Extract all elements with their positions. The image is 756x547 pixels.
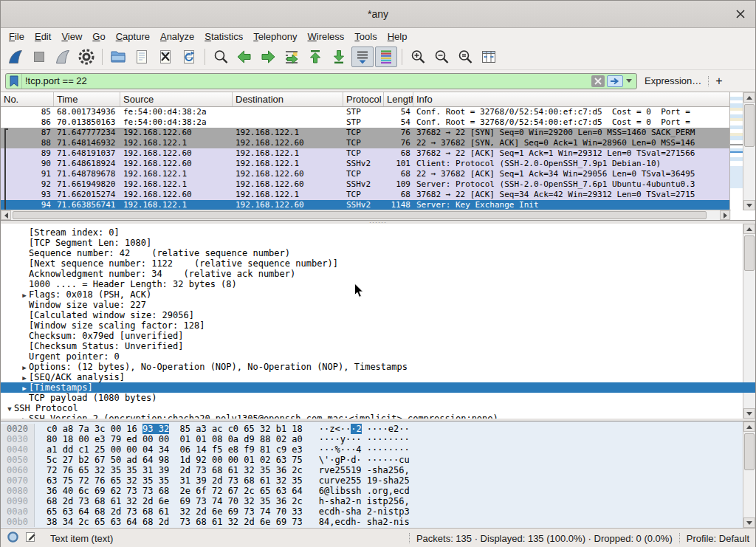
go-last-button[interactable] — [328, 47, 350, 67]
close-window-icon[interactable] — [735, 8, 746, 20]
packet-row-92[interactable]: 9271.661949820192.168.122.1192.168.122.6… — [1, 179, 731, 190]
go-forward-button[interactable] — [257, 47, 279, 67]
scroll-up-icon[interactable] — [743, 92, 755, 103]
stop-capture-button[interactable] — [28, 47, 50, 67]
hex-ascii[interactable]: ecdh-sha 2-nistp3 — [303, 506, 410, 517]
detail-line[interactable]: 1000 .... = Header Length: 32 bytes (8) — [1, 279, 755, 289]
packet-row-93[interactable]: 9371.662015274192.168.122.60192.168.122.… — [1, 190, 731, 200]
hex-row-0090[interactable]: 009068 2d 73 68 61 32 2d 6e 69 73 74 70 … — [1, 496, 755, 506]
restart-capture-button[interactable] — [52, 47, 74, 67]
filter-clear-icon[interactable] — [591, 75, 605, 87]
collapsed-icon[interactable]: ▶ — [20, 362, 29, 373]
hex-ascii[interactable]: curve255 19-sha25 — [303, 475, 410, 486]
hex-ascii[interactable]: ···%···4 ········ — [303, 444, 410, 455]
menu-edit[interactable]: Edit — [30, 30, 56, 44]
packet-row-88[interactable]: 8871.648146932192.168.122.1192.168.122.6… — [1, 138, 731, 148]
detail-line[interactable]: [Calculated window size: 29056] — [1, 310, 755, 320]
hex-bytes[interactable]: 5c 27 b2 67 50 ad 64 98 1d 92 00 00 01 0… — [35, 455, 303, 465]
detail-line[interactable]: ▶SSH Version 2 (encryption:chacha20-poly… — [1, 413, 755, 419]
filter-dropdown-icon[interactable] — [626, 79, 632, 83]
detail-line[interactable]: [Checksum Status: Unverified] — [1, 341, 755, 351]
column-header-info[interactable]: Info — [413, 92, 731, 106]
capture-options-button[interactable] — [75, 47, 97, 67]
packet-list-vscroll-thumb[interactable] — [744, 104, 755, 147]
go-to-packet-button[interactable] — [281, 47, 303, 67]
collapsed-icon[interactable]: ▶ — [20, 373, 29, 383]
save-file-button[interactable] — [131, 47, 153, 67]
hex-vscroll-thumb[interactable] — [744, 433, 755, 470]
expert-info-icon[interactable] — [7, 531, 19, 546]
detail-line[interactable]: ▶[Timestamps] — [1, 382, 755, 393]
detail-line[interactable]: ▼SSH Protocol — [1, 403, 755, 413]
packet-row-94[interactable]: 9471.663856741192.168.122.1192.168.122.6… — [1, 200, 731, 210]
column-header-time[interactable]: Time — [54, 92, 120, 106]
hex-row-00a0[interactable]: 00a065 63 64 68 2d 73 68 61 32 2d 6e 69 … — [1, 506, 755, 517]
menu-telephony[interactable]: Telephony — [248, 30, 302, 44]
detail-line[interactable]: [Next sequence number: 1122 (relative se… — [1, 258, 755, 269]
detail-line[interactable]: Checksum: 0x79ed [unverified] — [1, 331, 755, 341]
filter-bookmark-icon[interactable] — [6, 74, 22, 89]
zoom-out-button[interactable] — [430, 47, 453, 67]
go-back-button[interactable] — [233, 47, 255, 67]
hex-row-0020[interactable]: 0020c0 a8 7a 3c 00 16 93 32 85 a3 ac c0 … — [1, 424, 755, 434]
detail-line[interactable]: Window size value: 227 — [1, 300, 755, 310]
hex-bytes[interactable]: a1 dd c1 25 00 00 04 34 06 14 f5 e8 f9 8… — [35, 444, 303, 455]
menu-statistics[interactable]: Statistics — [199, 30, 248, 44]
display-filter-input[interactable] — [22, 75, 591, 88]
reload-file-button[interactable] — [178, 47, 200, 67]
hex-bytes[interactable]: 36 40 6c 69 62 73 73 68 2e 6f 72 67 2c 6… — [35, 486, 303, 496]
menu-analyze[interactable]: Analyze — [155, 30, 199, 44]
column-header-protocol[interactable]: Protocol — [343, 92, 384, 106]
hex-bytes[interactable]: 63 75 72 76 65 32 35 35 31 39 2d 73 68 6… — [35, 475, 303, 486]
hex-row-0060[interactable]: 006072 76 65 32 35 35 31 39 2d 73 68 61 … — [1, 465, 755, 475]
packet-row-89[interactable]: 8971.648191037192.168.122.60192.168.122.… — [1, 148, 731, 159]
column-header-length[interactable]: Length — [384, 92, 413, 106]
hex-ascii[interactable]: ····y··· ········ — [303, 434, 410, 444]
menu-capture[interactable]: Capture — [111, 30, 155, 44]
menu-go[interactable]: Go — [87, 30, 110, 44]
scroll-down-icon[interactable] — [743, 517, 755, 528]
status-profile[interactable]: Profile: Default — [687, 533, 749, 544]
column-header-no[interactable]: No. — [1, 92, 54, 106]
scroll-down-icon[interactable] — [743, 200, 755, 210]
collapsed-icon[interactable]: ▶ — [20, 290, 29, 300]
find-packet-button[interactable] — [210, 47, 232, 67]
packet-row-90[interactable]: 9071.648618924192.168.122.60192.168.122.… — [1, 159, 731, 169]
hex-row-0080[interactable]: 008036 40 6c 69 62 73 73 68 2e 6f 72 67 … — [1, 486, 755, 496]
column-header-destination[interactable]: Destination — [233, 92, 343, 106]
scroll-left-icon[interactable] — [1, 210, 11, 220]
detail-line[interactable]: ▶Options: (12 bytes), No-Operation (NOP)… — [1, 362, 755, 372]
detail-line[interactable]: TCP payload (1080 bytes) — [1, 393, 755, 403]
hex-ascii[interactable]: 6@libssh .org,ecd — [303, 486, 410, 496]
auto-scroll-button[interactable] — [351, 47, 374, 67]
detail-line[interactable]: ▶Flags: 0x018 (PSH, ACK) — [1, 289, 755, 300]
go-first-button[interactable] — [304, 47, 326, 67]
scroll-up-icon[interactable] — [743, 422, 755, 432]
hex-ascii[interactable]: \'·gP·d· ······cu — [303, 455, 410, 465]
detail-line[interactable]: ▶[SEQ/ACK analysis] — [1, 372, 755, 382]
hex-vscrollbar[interactable] — [743, 422, 755, 528]
expression-button[interactable]: Expression… — [645, 75, 701, 86]
hex-bytes[interactable]: 65 63 64 68 2d 73 68 61 32 2d 6e 69 73 7… — [35, 506, 303, 517]
menu-help[interactable]: Help — [382, 30, 413, 44]
packet-list-hscrollbar[interactable] — [1, 210, 731, 220]
close-file-button[interactable] — [154, 47, 176, 67]
capture-comment-icon[interactable] — [25, 531, 37, 546]
packet-list-vscrollbar[interactable] — [743, 92, 755, 210]
display-filter-field[interactable] — [5, 73, 637, 89]
packet-row-87[interactable]: 8771.647777234192.168.122.60192.168.122.… — [1, 128, 731, 138]
menu-view[interactable]: View — [56, 30, 87, 44]
collapsed-icon[interactable]: ▶ — [20, 383, 29, 393]
hex-bytes[interactable]: 80 18 00 e3 79 ed 00 00 01 01 08 0a d9 8… — [35, 434, 303, 444]
zoom-original-button[interactable] — [454, 47, 476, 67]
hex-row-0030[interactable]: 003080 18 00 e3 79 ed 00 00 01 01 08 0a … — [1, 434, 755, 444]
hex-bytes[interactable]: 68 2d 73 68 61 32 2d 6e 69 73 74 70 32 3… — [35, 496, 303, 506]
expanded-icon[interactable]: ▼ — [5, 404, 14, 414]
hex-row-0040[interactable]: 0040a1 dd c1 25 00 00 04 34 06 14 f5 e8 … — [1, 444, 755, 455]
hex-ascii[interactable]: ··z<···2 ····e2·· — [303, 424, 410, 434]
packet-row-86[interactable]: 8670.013850163fe:54:00:d4:38:2aSTP54Conf… — [1, 117, 731, 128]
packet-row-91[interactable]: 9171.648789678192.168.122.1192.168.122.6… — [1, 169, 731, 179]
detail-line[interactable]: Acknowledgment number: 34 (relative ack … — [1, 269, 755, 279]
detail-line[interactable]: Urgent pointer: 0 — [1, 351, 755, 362]
packet-row-85[interactable]: 8568.001734936fe:54:00:d4:38:2aSTP54Conf… — [1, 107, 731, 117]
